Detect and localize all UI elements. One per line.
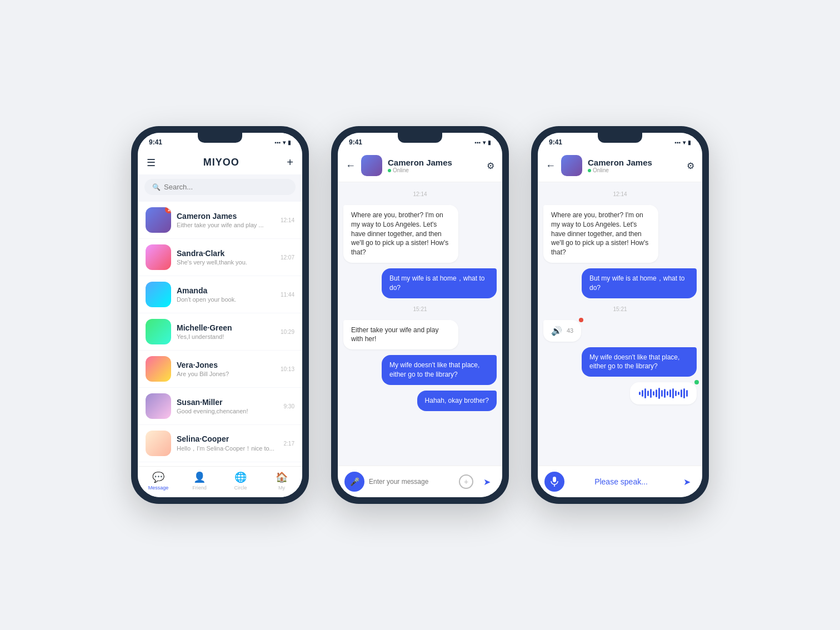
contact-item-5[interactable]: Susan·Miller Good evening,chencanen! 9:3… [138, 388, 302, 424]
nav-message-label: Message [148, 485, 169, 491]
contact-preview-0: Either take your wife and play ... [177, 222, 275, 228]
contact-item-6[interactable]: Selina·Cooper Hello，I'm Selina·Cooper！ni… [138, 425, 302, 462]
nav-friend[interactable]: 👤 Friend [179, 467, 220, 497]
contact-info-3: Michelle·Green Yes,I understand! [177, 323, 275, 340]
battery-icon-2: ▮ [488, 139, 491, 146]
contact-info-2: Amanda Don't open your book. [177, 286, 275, 303]
phone-3: 9:41 ▪▪▪ ▾ ▮ ← Cameron James Onli [531, 126, 709, 504]
wifi-icon: ▾ [283, 139, 286, 146]
wave-bar-11 [667, 391, 668, 396]
voice-recording-bubble [630, 382, 697, 404]
back-button-2[interactable]: ← [346, 160, 356, 172]
message-input-2[interactable] [369, 478, 454, 486]
phone-2: 9:41 ▪▪▪ ▾ ▮ ← Cameron James Onli [331, 126, 509, 504]
contact-time-6: 2:17 [284, 441, 294, 447]
contact-time-2: 11:44 [281, 292, 294, 298]
wave-bar-15 [678, 392, 679, 395]
back-button-3[interactable]: ← [546, 160, 556, 172]
voice-badge [579, 318, 583, 322]
notch-3 [598, 133, 642, 143]
phone-2-inner: 9:41 ▪▪▪ ▾ ▮ ← Cameron James Onli [338, 133, 502, 497]
time-divider-3: 12:14 [543, 191, 697, 197]
friend-nav-icon: 👤 [193, 471, 206, 483]
nav-my[interactable]: 🏠 My [261, 467, 302, 497]
msg-received-2: Either take your wife and play with her! [343, 320, 458, 350]
contact-preview-2: Don't open your book. [177, 296, 275, 303]
contact-info-1: Sandra·Clark She's very well,thank you. [177, 249, 275, 266]
chat-avatar-2 [361, 155, 382, 176]
app-title: MIYOO [203, 157, 239, 168]
contact-preview-6: Hello，I'm Selina·Cooper！nice to... [177, 444, 278, 453]
bottom-nav: 💬 Message 👤 Friend 🌐 Circle 🏠 My [138, 466, 302, 497]
msg-sent-1: But my wife is at home，what to do? [382, 268, 497, 298]
wave-bar-4 [647, 391, 649, 396]
contact-item-4[interactable]: Vera·Jones Are you Bill Jones? 10:13 [138, 351, 302, 387]
nav-circle[interactable]: 🌐 Circle [220, 467, 261, 497]
search-input[interactable] [164, 183, 288, 191]
contact-preview-1: She's very well,thank you. [177, 259, 275, 266]
status-time-2: 9:41 [349, 138, 362, 146]
notch-2 [398, 133, 442, 143]
new-chat-icon[interactable]: + [287, 156, 293, 169]
online-dot-3 [588, 169, 591, 172]
chat-header-2: ← Cameron James Online ⚙ [338, 149, 502, 182]
time-divider-4: 15:21 [543, 306, 697, 312]
chat-status-text-2: Online [393, 167, 409, 173]
contact-name-4: Vera·Jones [177, 361, 275, 369]
contact-item-0[interactable]: 1 Cameron James Either take your wife an… [138, 202, 302, 238]
search-icon: 🔍 [152, 183, 161, 191]
wave-bar-14 [675, 391, 677, 396]
contact-badge-0: 1 [165, 207, 171, 213]
wave-bar-1 [639, 392, 641, 395]
circle-nav-icon: 🌐 [234, 471, 247, 483]
mic-button-2[interactable]: 🎤 [344, 472, 364, 492]
wave-bar-7 [656, 389, 657, 397]
nav-friend-label: Friend [192, 485, 207, 491]
contact-info-4: Vera·Jones Are you Bill Jones? [177, 361, 275, 377]
wave-bar-10 [664, 389, 666, 398]
contact-time-4: 10:13 [281, 366, 294, 372]
voice-send-button[interactable]: ➤ [678, 473, 696, 491]
contact-item-1[interactable]: Sandra·Clark She's very well,thank you. … [138, 239, 302, 276]
send-button-2[interactable]: ➤ [478, 473, 496, 491]
chat-messages-3: 12:14 Where are you, brother? I'm on my … [538, 182, 702, 466]
signal-icon-2: ▪▪▪ [474, 139, 481, 146]
battery-icon-3: ▮ [688, 139, 691, 146]
contact-name-6: Selina·Cooper [177, 434, 278, 443]
chat-contact-name-3: Cameron James [588, 158, 681, 167]
settings-icon-3[interactable]: ⚙ [687, 161, 694, 171]
wave-bar-12 [669, 389, 671, 397]
menu-icon[interactable]: ☰ [147, 157, 156, 169]
phone-1: 9:41 ▪▪▪ ▾ ▮ ☰ MIYOO + 🔍 [131, 126, 309, 504]
nav-circle-label: Circle [234, 485, 247, 491]
voice-recording-input-bar: Please speak... ➤ [538, 466, 702, 497]
chat-status-text-3: Online [593, 167, 609, 173]
chat-screen-2: ← Cameron James Online ⚙ 12:14 Where are… [338, 149, 502, 497]
msg-sent-3: Hahah, okay brother? [417, 391, 497, 411]
chat-contact-name-2: Cameron James [388, 158, 481, 167]
chat-status-2: Online [388, 167, 481, 173]
time-divider-1: 12:14 [343, 191, 497, 197]
voice-mic-button[interactable] [544, 472, 564, 492]
contact-item-2[interactable]: Amanda Don't open your book. 11:44 [138, 276, 302, 313]
contact-item-7[interactable]: Mona·Hall 2:17 [138, 462, 302, 466]
msg-sent-5: My wife doesn't like that place, either … [582, 347, 697, 377]
chat-avatar-3 [561, 155, 582, 176]
notch-1 [198, 133, 242, 143]
contact-name-1: Sandra·Clark [177, 249, 275, 258]
contact-info-5: Susan·Miller Good evening,chencanen! [177, 398, 278, 414]
search-bar[interactable]: 🔍 [144, 179, 296, 195]
contact-item-3[interactable]: Michelle·Green Yes,I understand! 10:29 [138, 313, 302, 350]
nav-my-label: My [278, 485, 285, 491]
settings-icon-2[interactable]: ⚙ [487, 161, 494, 171]
status-time-1: 9:41 [149, 138, 162, 146]
attach-button-2[interactable]: + [459, 474, 473, 489]
wave-bar-17 [683, 388, 685, 398]
contact-info-6: Selina·Cooper Hello，I'm Selina·Cooper！ni… [177, 434, 278, 453]
waveform [639, 388, 688, 399]
voice-msg-received[interactable]: 🔊 43 [543, 320, 581, 342]
contact-time-0: 12:14 [281, 217, 294, 223]
msg-sent-4: But my wife is at home，what to do? [582, 268, 697, 298]
nav-message[interactable]: 💬 Message [138, 467, 179, 497]
contact-avatar-6 [146, 431, 171, 456]
